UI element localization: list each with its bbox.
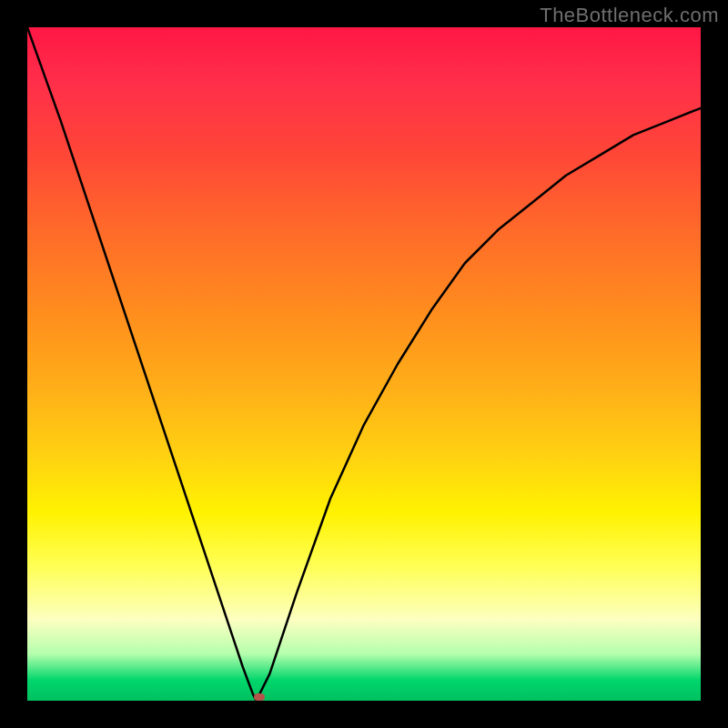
optimal-point-marker xyxy=(254,693,265,701)
plot-background xyxy=(27,27,701,701)
watermark-text: TheBottleneck.com xyxy=(540,4,719,27)
chart-container: TheBottleneck.com xyxy=(0,0,728,728)
